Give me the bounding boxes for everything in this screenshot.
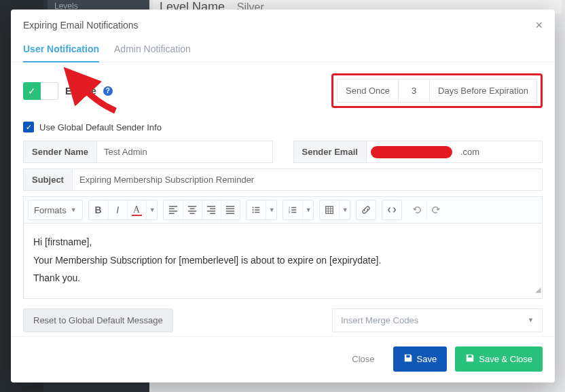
enable-toggle[interactable]: ✓ xyxy=(23,82,58,100)
align-right-button[interactable] xyxy=(202,200,221,219)
merge-codes-dropdown[interactable]: Insert Merge Codes ▼ xyxy=(332,308,543,332)
redo-button[interactable] xyxy=(426,200,445,219)
reset-default-button[interactable]: Reset to Global Default Message xyxy=(23,308,173,332)
sender-email-label: Sender Email xyxy=(293,141,366,163)
sender-email-input[interactable]: .com xyxy=(366,141,543,163)
close-icon[interactable]: × xyxy=(535,19,543,31)
modal-title: Expiring Email Notifications xyxy=(23,20,139,31)
align-center-button[interactable] xyxy=(183,200,202,219)
table-button[interactable] xyxy=(320,200,339,219)
expiring-email-modal: Expiring Email Notifications × User Noti… xyxy=(11,10,555,382)
subject-label: Subject xyxy=(23,168,72,191)
number-list-button[interactable]: 123 xyxy=(283,200,302,219)
align-left-button[interactable] xyxy=(164,200,183,219)
save-button[interactable]: Save xyxy=(393,346,448,372)
link-button[interactable] xyxy=(357,200,376,219)
save-icon xyxy=(403,353,413,365)
svg-text:3: 3 xyxy=(288,211,290,214)
number-list-dropdown[interactable]: ▼ xyxy=(302,200,313,219)
chevron-down-icon: ▼ xyxy=(528,317,534,323)
svg-point-0 xyxy=(252,207,253,208)
check-icon: ✓ xyxy=(28,86,36,96)
formats-dropdown[interactable]: Formats▼ xyxy=(29,200,82,219)
resize-handle-icon[interactable]: ◢ xyxy=(535,283,541,297)
align-justify-button[interactable] xyxy=(221,200,240,219)
merge-codes-placeholder: Insert Merge Codes xyxy=(341,315,418,325)
editor-line: Hi [firstname], xyxy=(33,233,532,251)
table-dropdown[interactable]: ▼ xyxy=(339,200,350,219)
tab-user-notification[interactable]: User Notification xyxy=(23,39,99,63)
use-global-sender-label: Use Global Default Sender Info xyxy=(39,122,162,132)
close-button[interactable]: Close xyxy=(342,347,384,371)
bullet-list-dropdown[interactable]: ▼ xyxy=(266,200,276,219)
text-color-button[interactable]: A xyxy=(127,200,146,219)
bullet-list-button[interactable] xyxy=(247,200,266,219)
svg-point-2 xyxy=(252,211,253,213)
svg-point-1 xyxy=(252,209,253,211)
send-once-label: Send Once xyxy=(337,79,399,103)
rich-text-editor: Formats▼ B I A ▼ ▼ xyxy=(23,196,543,299)
text-color-dropdown[interactable]: ▼ xyxy=(146,200,157,219)
italic-button[interactable]: I xyxy=(108,200,127,219)
save-close-button[interactable]: Save & Close xyxy=(455,346,543,372)
days-before-label: Days Before Expiration xyxy=(430,79,537,103)
redacted-region xyxy=(371,146,452,158)
enable-label: Enable xyxy=(65,86,96,96)
days-before-input[interactable] xyxy=(407,85,421,96)
help-icon[interactable]: ? xyxy=(103,86,113,96)
undo-button[interactable] xyxy=(407,200,426,219)
source-code-button[interactable] xyxy=(382,200,401,219)
subject-input[interactable] xyxy=(72,168,543,191)
editor-line: Your Membership Subscription for [member… xyxy=(33,251,532,270)
editor-line: Thank you. xyxy=(33,269,532,287)
send-once-group: Send Once Days Before Expiration xyxy=(331,73,543,108)
bold-button[interactable]: B xyxy=(89,200,108,219)
tab-admin-notification[interactable]: Admin Notification xyxy=(114,39,191,62)
sender-email-suffix: .com xyxy=(460,147,479,157)
svg-rect-6 xyxy=(325,207,333,214)
sender-name-input[interactable] xyxy=(96,141,272,163)
editor-body[interactable]: Hi [firstname], Your Membership Subscrip… xyxy=(24,224,542,298)
save-icon xyxy=(465,353,475,365)
use-global-sender-checkbox[interactable]: ✓ xyxy=(23,122,34,132)
sender-name-label: Sender Name xyxy=(23,141,96,163)
